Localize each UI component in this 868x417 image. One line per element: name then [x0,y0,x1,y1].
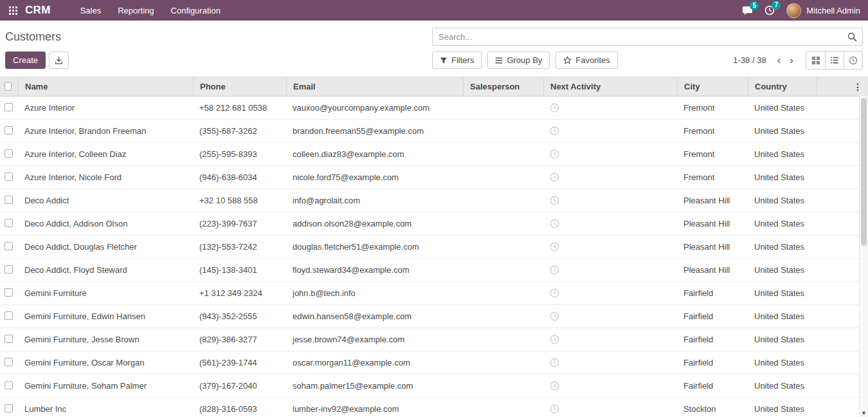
cell-country[interactable]: United States [748,404,817,414]
cell-city[interactable]: Fremont [677,103,748,113]
row-checkbox[interactable] [5,149,13,158]
cell-phone[interactable]: (145)-138-3401 [193,265,286,275]
next-activity-clock-icon[interactable] [550,381,559,391]
table-row[interactable]: Azure Interior, Colleen Diaz (255)-595-8… [0,143,868,166]
cell-name[interactable]: Azure Interior, Nicole Ford [18,172,193,182]
table-row[interactable]: Deco Addict, Addison Olson (223)-399-763… [0,212,868,236]
cell-phone[interactable]: (223)-399-7637 [193,219,286,228]
filters-button[interactable]: Filters [432,51,482,69]
cell-next-activity[interactable] [543,311,677,321]
menu-configuration[interactable]: Configuration [171,6,221,15]
menu-sales[interactable]: Sales [80,6,102,15]
cell-city[interactable]: Fairfield [677,311,748,321]
cell-email[interactable]: addison.olson28@example.com [286,219,463,228]
row-checkbox[interactable] [5,404,13,412]
activities-button[interactable]: 7 [764,5,775,15]
cell-next-activity[interactable] [543,381,677,391]
cell-email[interactable]: info@agrolait.com [286,196,463,205]
cell-next-activity[interactable] [543,242,677,252]
cell-email[interactable]: soham.palmer15@example.com [286,381,463,391]
table-row[interactable]: Azure Interior +58 212 681 0538 vauxoo@y… [0,97,868,120]
cell-name[interactable]: Lumber Inc [18,404,193,414]
favorites-button[interactable]: Favorites [556,51,617,69]
cell-phone[interactable]: (946)-638-6034 [193,172,286,182]
scrollbar-down-arrow[interactable]: ▼ [860,410,868,416]
column-header-salesperson[interactable]: Salesperson [463,77,543,96]
cell-name[interactable]: Deco Addict [18,196,193,205]
pager-previous-button[interactable]: ‹ [773,56,786,65]
cell-email[interactable]: colleen.diaz83@example.com [286,149,463,159]
scrollbar-thumb[interactable] [861,98,867,246]
row-checkbox[interactable] [5,172,13,181]
table-row[interactable]: Deco Addict, Douglas Fletcher (132)-553-… [0,236,868,259]
kanban-view-button[interactable] [806,51,825,69]
cell-next-activity[interactable] [543,172,677,182]
cell-name[interactable]: Deco Addict, Floyd Steward [18,265,193,275]
search-input[interactable] [433,32,842,42]
next-activity-clock-icon[interactable] [550,311,559,321]
cell-city[interactable]: Pleasant Hill [677,196,748,205]
column-header-phone[interactable]: Phone [193,77,286,96]
row-checkbox[interactable] [5,381,13,389]
cell-country[interactable]: United States [748,126,817,136]
cell-city[interactable]: Fairfield [677,358,748,367]
search-button[interactable] [842,32,862,42]
next-activity-clock-icon[interactable] [550,288,559,298]
vertical-scrollbar[interactable]: ▼ [859,96,868,417]
cell-country[interactable]: United States [748,311,817,321]
cell-next-activity[interactable] [543,358,677,367]
row-checkbox[interactable] [5,358,13,366]
cell-next-activity[interactable] [543,288,677,298]
cell-country[interactable]: United States [748,335,817,344]
cell-country[interactable]: United States [748,381,817,391]
cell-country[interactable]: United States [748,242,817,252]
cell-next-activity[interactable] [543,219,677,228]
row-checkbox[interactable] [5,103,13,111]
cell-next-activity[interactable] [543,335,677,344]
table-row[interactable]: Gemini Furniture, Soham Palmer (379)-167… [0,375,868,398]
cell-city[interactable]: Pleasant Hill [677,265,748,275]
cell-country[interactable]: United States [748,103,817,113]
row-checkbox[interactable] [5,126,13,134]
cell-country[interactable]: United States [748,149,817,159]
user-menu[interactable]: Mitchell Admin [786,3,860,18]
column-header-next-activity[interactable]: Next Activity [543,77,677,96]
apps-menu-button[interactable] [8,5,19,16]
cell-name[interactable]: Gemini Furniture [18,288,193,298]
cell-name[interactable]: Gemini Furniture, Edwin Hansen [18,311,193,321]
cell-name[interactable]: Gemini Furniture, Oscar Morgan [18,358,193,367]
cell-email[interactable]: floyd.steward34@example.com [286,265,463,275]
cell-email[interactable]: lumber-inv92@example.com [286,404,463,414]
cell-email[interactable]: edwin.hansen58@example.com [286,311,463,321]
cell-phone[interactable]: +32 10 588 558 [193,196,286,205]
next-activity-clock-icon[interactable] [550,219,559,228]
next-activity-clock-icon[interactable] [550,196,559,205]
cell-name[interactable]: Deco Addict, Addison Olson [18,219,193,228]
group-by-button[interactable]: Group By [487,51,550,69]
cell-next-activity[interactable] [543,196,677,205]
table-row[interactable]: Gemini Furniture, Jesse Brown (829)-386-… [0,328,868,351]
cell-name[interactable]: Azure Interior, Colleen Diaz [18,149,193,159]
cell-city[interactable]: Fairfield [677,381,748,391]
cell-email[interactable]: vauxoo@yourcompany.example.com [286,103,463,113]
optional-columns-toggle[interactable]: ⋮ [851,77,865,96]
table-row[interactable]: Gemini Furniture +1 312 349 2324 john.b@… [0,282,868,305]
cell-email[interactable]: brandon.freeman55@example.com [286,126,463,136]
next-activity-clock-icon[interactable] [550,103,559,113]
table-row[interactable]: Deco Addict, Floyd Steward (145)-138-340… [0,259,868,282]
cell-name[interactable]: Deco Addict, Douglas Fletcher [18,242,193,252]
messages-button[interactable]: 5 [742,6,753,15]
column-header-country[interactable]: Country [748,77,817,96]
activity-view-button[interactable] [844,51,862,69]
cell-phone[interactable]: (561)-239-1744 [193,358,286,367]
cell-city[interactable]: Fairfield [677,288,748,298]
cell-name[interactable]: Gemini Furniture, Jesse Brown [18,335,193,344]
cell-city[interactable]: Pleasant Hill [677,219,748,228]
column-header-name[interactable]: Name [18,77,193,96]
table-row[interactable]: Gemini Furniture, Oscar Morgan (561)-239… [0,351,868,375]
create-button[interactable]: Create [5,51,46,69]
cell-next-activity[interactable] [543,265,677,275]
cell-next-activity[interactable] [543,126,677,136]
next-activity-clock-icon[interactable] [550,358,559,367]
row-checkbox[interactable] [5,311,13,320]
